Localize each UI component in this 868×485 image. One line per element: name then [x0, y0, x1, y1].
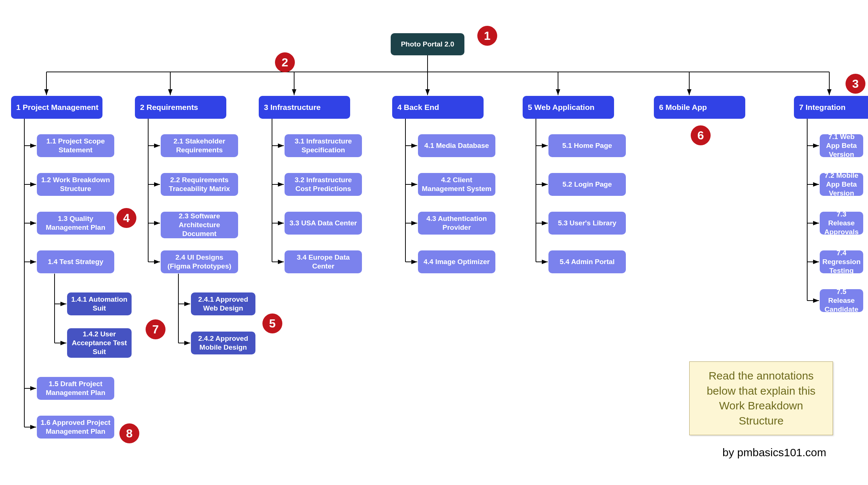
wbs-node-1-4-2: 1.4.2 User Acceptance Test Suit: [67, 328, 132, 358]
annotation-badge-4: 4: [116, 208, 136, 228]
wbs-node-1-2: 1.2 Work Breakdown Structure: [37, 173, 114, 196]
wbs-node-5-4: 5.4 Admin Portal: [548, 250, 626, 273]
wbs-node-2-4: 2.4 UI Designs (Figma Prototypes): [161, 250, 238, 273]
annotation-badge-2: 2: [275, 52, 295, 72]
wbs-node-2-4-1: 2.4.1 Approved Web Design: [191, 292, 255, 315]
wbs-node-1-4: 1.4 Test Strategy: [37, 250, 114, 273]
wbs-cat-3: 3 Infrastructure: [259, 96, 350, 119]
wbs-node-4-4: 4.4 Image Optimizer: [418, 250, 495, 273]
wbs-root: Photo Portal 2.0: [391, 33, 464, 55]
annotation-badge-3: 3: [846, 74, 865, 94]
wbs-node-1-4-1: 1.4.1 Automation Suit: [67, 292, 132, 315]
wbs-node-3-4: 3.4 Europe Data Center: [285, 250, 362, 273]
annotation-note: Read the annotations below that explain …: [689, 361, 833, 435]
wbs-node-1-3: 1.3 Quality Management Plan: [37, 212, 114, 235]
wbs-cat-7: 7 Integration: [794, 96, 868, 119]
wbs-node-2-3: 2.3 Software Architecture Document: [161, 212, 238, 238]
annotation-badge-1: 1: [477, 26, 497, 46]
wbs-cat-6: 6 Mobile App: [654, 96, 745, 119]
wbs-node-1-1: 1.1 Project Scope Statement: [37, 134, 114, 157]
wbs-node-7-1: 7.1 Web App Beta Version: [820, 134, 863, 157]
wbs-node-4-2: 4.2 Client Management System: [418, 173, 495, 196]
wbs-node-1-5: 1.5 Draft Project Management Plan: [37, 377, 114, 400]
wbs-node-7-2: 7.2 Mobile App Beta Version: [820, 173, 863, 196]
wbs-cat-4: 4 Back End: [392, 96, 484, 119]
wbs-node-7-4: 7.4 Regression Testing: [820, 250, 863, 273]
annotation-badge-6: 6: [691, 125, 711, 145]
wbs-node-4-1: 4.1 Media Database: [418, 134, 495, 157]
annotation-badge-8: 8: [119, 423, 139, 443]
wbs-node-7-3: 7.3 Release Approvals: [820, 212, 863, 235]
wbs-node-2-1: 2.1 Stakeholder Requirements: [161, 134, 238, 157]
annotation-badge-5: 5: [262, 313, 282, 333]
credit-text: by pmbasics101.com: [722, 446, 826, 459]
wbs-node-1-6: 1.6 Approved Project Management Plan: [37, 416, 114, 439]
wbs-node-2-2: 2.2 Requirements Traceability Matrix: [161, 173, 238, 196]
wbs-node-3-3: 3.3 USA Data Center: [285, 212, 362, 235]
wbs-cat-1: 1 Project Management: [11, 96, 102, 119]
wbs-node-4-3: 4.3 Authentication Provider: [418, 212, 495, 235]
wbs-node-5-3: 5.3 User's Library: [548, 212, 626, 235]
wbs-node-7-5: 7.5 Release Candidate: [820, 289, 863, 312]
wbs-node-2-4-2: 2.4.2 Approved Mobile Design: [191, 332, 255, 354]
wbs-cat-5: 5 Web Application: [523, 96, 614, 119]
wbs-node-3-1: 3.1 Infrastructure Specification: [285, 134, 362, 157]
wbs-node-3-2: 3.2 Infrastructure Cost Predictions: [285, 173, 362, 196]
wbs-cat-2: 2 Requirements: [135, 96, 226, 119]
annotation-badge-7: 7: [146, 319, 165, 339]
wbs-node-5-2: 5.2 Login Page: [548, 173, 626, 196]
wbs-node-5-1: 5.1 Home Page: [548, 134, 626, 157]
